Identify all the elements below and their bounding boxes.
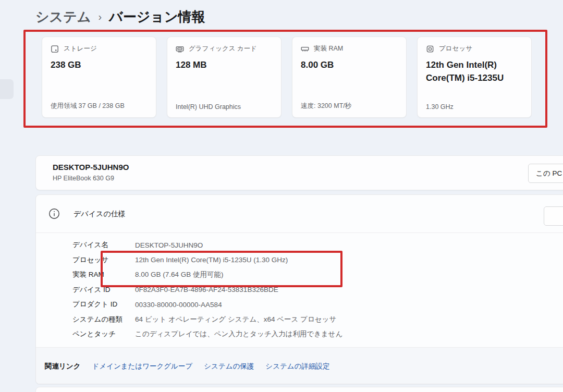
- device-specs-header[interactable]: デバイスの仕様: [36, 195, 563, 232]
- graphics-card: グラフィックス カード 128 MB Intel(R) UHD Graphics: [167, 36, 282, 118]
- processor-icon: [426, 45, 434, 53]
- divider: [36, 232, 563, 233]
- breadcrumb-parent[interactable]: システム: [35, 8, 91, 26]
- spec-value: このディスプレイでは、ペン入力とタッチ入力は利用できません: [135, 329, 342, 339]
- spec-value: 0F82A3F0-EA7B-4896-AF24-53831B326BDE: [135, 286, 278, 293]
- ram-card: 実装 RAM 8.00 GB 速度: 3200 MT/秒: [292, 36, 407, 118]
- info-icon: [48, 208, 60, 219]
- chevron-right-icon: ›: [98, 11, 102, 23]
- processor-card: プロセッサ 12th Gen Intel(R) Core(TM) i5-1235…: [417, 36, 532, 118]
- related-links-row: 関連リンク ドメインまたはワークグループ システムの保護 システムの詳細設定: [36, 348, 563, 384]
- spec-row-pen-touch: ペンとタッチ このディスプレイでは、ペン入力とタッチ入力は利用できません: [72, 327, 542, 342]
- ram-card-value: 8.00 GB: [301, 59, 398, 72]
- scroll-indicator: [0, 79, 14, 99]
- summary-cards-row: ストレージ 238 GB 使用領域 37 GB / 238 GB グラフィックス…: [42, 36, 532, 118]
- spec-value: 12th Gen Intel(R) Core(TM) i5-1235U (1.3…: [135, 256, 288, 264]
- spec-label: ペンとタッチ: [72, 329, 135, 339]
- link-system-protection[interactable]: システムの保護: [204, 362, 254, 371]
- link-domain-or-workgroup[interactable]: ドメインまたはワークグループ: [92, 362, 192, 371]
- spec-row-product-id: プロダクト ID 00330-80000-00000-AA584: [72, 297, 542, 312]
- storage-card: ストレージ 238 GB 使用領域 37 GB / 238 GB: [42, 36, 156, 118]
- device-specs-card: デバイスの仕様 デバイス名 DESKTOP-5JUHN9O プロセッサ 12th…: [35, 194, 563, 384]
- storage-card-value: 238 GB: [51, 59, 148, 72]
- processor-card-detail: 1.30 GHz: [426, 103, 454, 111]
- device-model: HP EliteBook 630 G9: [53, 175, 114, 182]
- storage-icon: [51, 45, 59, 53]
- spec-row-system-type: システムの種類 64 ビット オペレーティング システム、x64 ベース プロセ…: [72, 312, 542, 327]
- device-name: DESKTOP-5JUHN9O: [53, 163, 129, 172]
- rename-pc-button[interactable]: この PC の: [528, 164, 563, 183]
- spec-value: 00330-80000-00000-AA584: [135, 301, 222, 309]
- ram-card-label: 実装 RAM: [314, 44, 343, 53]
- processor-card-value: 12th Gen Intel(R) Core(TM) i5-1235U: [426, 59, 523, 84]
- spec-row-ram: 実装 RAM 8.00 GB (7.64 GB 使用可能): [72, 267, 542, 283]
- device-specs-list: デバイス名 DESKTOP-5JUHN9O プロセッサ 12th Gen Int…: [72, 238, 542, 342]
- spec-value: 8.00 GB (7.64 GB 使用可能): [135, 270, 224, 279]
- graphics-card-icon: [176, 45, 184, 53]
- graphics-card-value: 128 MB: [176, 59, 273, 72]
- spec-row-device-id: デバイス ID 0F82A3F0-EA7B-4896-AF24-53831B32…: [72, 283, 542, 298]
- spec-value: 64 ビット オペレーティング システム、x64 ベース プロセッサ: [135, 315, 336, 324]
- spec-label: デバイス ID: [72, 285, 135, 295]
- ram-card-detail: 速度: 3200 MT/秒: [301, 102, 351, 111]
- spec-label: プロセッサ: [72, 255, 135, 265]
- spec-label: デバイス名: [72, 240, 135, 250]
- spec-row-device-name: デバイス名 DESKTOP-5JUHN9O: [72, 238, 542, 253]
- spec-value: DESKTOP-5JUHN9O: [135, 241, 203, 249]
- page-title: バージョン情報: [109, 8, 205, 26]
- spec-label: プロダクト ID: [72, 300, 135, 309]
- ram-icon: [301, 45, 309, 53]
- related-links-label: 関連リンク: [45, 362, 80, 371]
- copy-button[interactable]: [544, 206, 563, 226]
- device-specs-title: デバイスの仕様: [74, 210, 126, 219]
- next-section-card[interactable]: [35, 387, 563, 392]
- processor-card-label: プロセッサ: [439, 44, 472, 53]
- graphics-card-label: グラフィックス カード: [189, 44, 257, 53]
- storage-card-detail: 使用領域 37 GB / 238 GB: [51, 102, 125, 111]
- storage-card-label: ストレージ: [64, 44, 97, 53]
- link-advanced-system-settings[interactable]: システムの詳細設定: [265, 362, 329, 371]
- graphics-card-detail: Intel(R) UHD Graphics: [176, 103, 241, 111]
- spec-label: システムの種類: [72, 315, 135, 324]
- breadcrumb: システム › バージョン情報: [35, 6, 205, 27]
- device-name-card: DESKTOP-5JUHN9O HP EliteBook 630 G9 この P…: [35, 155, 563, 190]
- spec-label: 実装 RAM: [72, 270, 135, 279]
- spec-row-processor: プロセッサ 12th Gen Intel(R) Core(TM) i5-1235…: [72, 253, 542, 268]
